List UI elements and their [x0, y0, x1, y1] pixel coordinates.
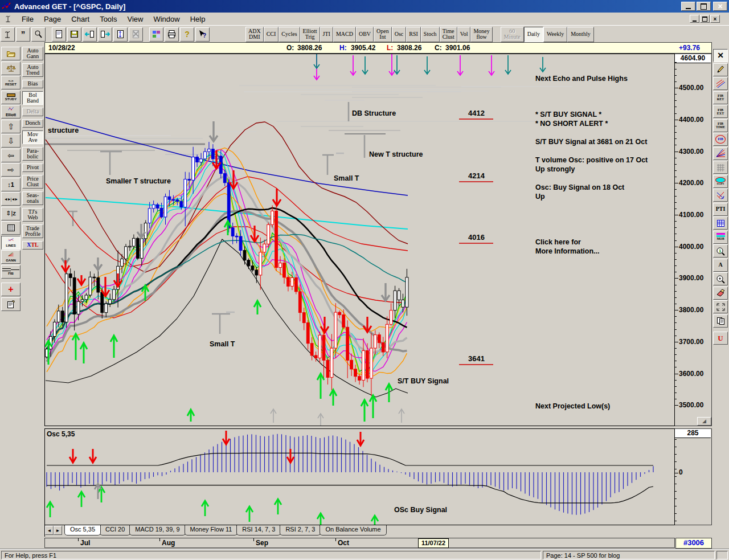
crosshair-button[interactable]: + — [1, 283, 21, 296]
elliott-button[interactable]: Elliott — [1, 105, 21, 118]
arrow-down-button[interactable]: ⇩ — [1, 134, 21, 148]
lines-button[interactable]: LINES — [1, 236, 21, 250]
child-minimize-button[interactable] — [690, 15, 699, 23]
study-mov-ave[interactable]: Mov Ave — [22, 130, 43, 144]
indicator-open-int[interactable]: Open Int — [374, 27, 392, 42]
study-bol-band[interactable]: Bol Band — [22, 91, 43, 105]
indicator-cci[interactable]: CCI — [264, 27, 279, 42]
indicator-elliott-trig[interactable]: Elliott Trig — [300, 27, 320, 42]
compare-ticks-button[interactable]: ◄►|◄► — [1, 192, 21, 206]
tab-osc-5-35[interactable]: Osc 5,35 — [64, 525, 101, 536]
study-button[interactable]: STUDY — [1, 91, 21, 104]
arrow-up-button[interactable]: ⇧ — [1, 120, 21, 133]
menu-page[interactable]: Page — [39, 14, 66, 24]
bar-count-button[interactable]: ↕1 — [1, 178, 21, 191]
arrow-right-button[interactable]: ⇨ — [1, 163, 21, 177]
study-xtl[interactable]: XTL — [22, 241, 43, 250]
indicator-money-flow[interactable]: Money flow — [470, 27, 492, 42]
mob-tool[interactable]: MOB — [713, 231, 728, 244]
tile-windows-button[interactable] — [149, 27, 163, 42]
print-button[interactable] — [165, 27, 179, 42]
prev-issue-button[interactable] — [83, 27, 97, 42]
study-bias[interactable]: Bias — [22, 80, 43, 88]
chart-corner-grip[interactable]: ◢ — [697, 417, 711, 426]
reset-button[interactable]: <->RESET — [1, 76, 21, 89]
timeframe-monthly[interactable]: Monthly — [567, 27, 593, 42]
pages-tool[interactable] — [713, 314, 728, 328]
pti-tool[interactable]: PTI — [713, 203, 728, 216]
indicator-stoch[interactable]: Stoch — [421, 27, 440, 42]
pencil-tool[interactable] — [713, 63, 728, 76]
menu-chart[interactable]: Chart — [66, 14, 95, 24]
stand-button[interactable] — [1, 27, 15, 42]
zoom-in-tool[interactable] — [713, 272, 728, 285]
next-issue-button[interactable] — [98, 27, 112, 42]
compress-button[interactable]: ⇕|Z — [1, 207, 21, 220]
tab-macd-19-39-9[interactable]: MACD 19, 39, 9 — [129, 525, 185, 536]
zoom-button[interactable] — [31, 27, 46, 42]
tab-money-flow-11[interactable]: Money Flow 11 — [185, 525, 238, 536]
grid-gray-tool[interactable] — [713, 161, 728, 174]
indicator-macd[interactable]: MACD — [333, 27, 356, 42]
quote-button[interactable]: ” — [16, 27, 30, 42]
child-restore-button[interactable] — [700, 15, 710, 23]
study-seas--onals[interactable]: Seas- onals — [22, 191, 43, 205]
indicator-cycles[interactable]: Cycles — [279, 27, 300, 42]
eraser-tool[interactable] — [713, 287, 728, 300]
tab-rsi-14-7-3[interactable]: RSI 14, 7, 3 — [236, 525, 281, 536]
a-tool[interactable]: A — [713, 259, 728, 272]
delete-page-button[interactable] — [129, 27, 143, 42]
grid-dots-button[interactable] — [1, 221, 21, 235]
indicator-time-clust[interactable]: Time Clust — [440, 27, 457, 42]
properties-button[interactable] — [1, 297, 21, 311]
indicator-rsi[interactable]: RSI — [406, 27, 421, 42]
tab-scroll-right[interactable]: ► — [54, 526, 62, 535]
fib-time-tool[interactable]: FIB TIME — [713, 119, 728, 132]
tab-rsi-2-7-3[interactable]: RSI 2, 7, 3 — [280, 525, 321, 536]
menu-view[interactable]: View — [122, 14, 148, 24]
time-axis[interactable]: 11/07/22 JulAugSepOct — [44, 538, 675, 548]
compare-scales-button[interactable] — [1, 62, 21, 75]
indicator-vol[interactable]: Vol — [457, 27, 471, 42]
timeframe-daily[interactable]: Daily — [524, 27, 543, 42]
pitchfork-tool[interactable] — [713, 189, 728, 202]
child-close-button[interactable]: × — [710, 15, 720, 23]
maximize-button[interactable] — [697, 2, 711, 11]
tab-scroll-left[interactable]: ◄ — [45, 526, 54, 535]
menu-file[interactable]: File — [17, 14, 39, 24]
expand-tool[interactable] — [713, 300, 728, 313]
oscillator-axis[interactable]: 285 0 — [675, 428, 712, 525]
timeframe-weekly[interactable]: Weekly — [543, 27, 567, 42]
fib-ret-tool[interactable]: FIB RET — [713, 91, 728, 104]
fan-tool[interactable] — [713, 147, 728, 160]
save-button[interactable] — [67, 27, 81, 42]
fib-lines-button[interactable]: FIB — [1, 265, 21, 279]
price-axis[interactable]: 4604.90 4500.004400.004300.004200.004100… — [675, 54, 712, 426]
close-button[interactable]: × — [713, 2, 727, 11]
tab-on-balance-volume[interactable]: On Balance Volume — [320, 525, 386, 536]
new-chart-button[interactable] — [52, 27, 66, 42]
indicator-osc[interactable]: Osc — [392, 27, 407, 42]
child-window-icon[interactable] — [4, 15, 13, 23]
minimize-button[interactable] — [681, 2, 695, 11]
fib-circle-tool[interactable]: FIB — [713, 133, 728, 146]
indicator-adx-dmi[interactable]: ADX DMI — [245, 27, 264, 42]
study-price-clust[interactable]: Price Clust — [22, 175, 43, 189]
menu-help[interactable]: Help — [185, 14, 211, 24]
indicator-jti[interactable]: JTI — [320, 27, 333, 42]
ellipse-tool[interactable]: ELiPS — [713, 175, 728, 188]
open-folder-button[interactable] — [1, 47, 21, 60]
price-chart[interactable]: 4412421440163641structureSmaller T struc… — [44, 54, 675, 426]
magnet-tool[interactable]: U — [713, 332, 728, 345]
study-auto-gann[interactable]: Auto Gann — [22, 47, 43, 60]
arrow-left-button[interactable]: ⇦ — [1, 149, 21, 162]
tab-cci-20[interactable]: CCI 20 — [100, 525, 130, 536]
indicator-obv[interactable]: OBV — [356, 27, 374, 42]
page-setup-button[interactable] — [113, 27, 128, 42]
gann-button[interactable]: GANN — [1, 250, 21, 264]
menu-tools[interactable]: Tools — [95, 14, 122, 24]
help-button[interactable]: ? — [180, 27, 194, 42]
study-para--bolic[interactable]: Para- bolic — [22, 147, 43, 161]
context-help-button[interactable]: ? — [195, 27, 210, 42]
delete-x-tool[interactable]: ✕ — [713, 49, 728, 62]
